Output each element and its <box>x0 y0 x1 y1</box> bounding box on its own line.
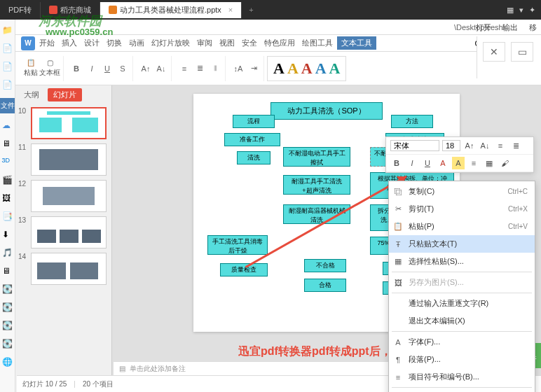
font-grow-button[interactable]: A↑ <box>139 62 153 76</box>
highlight-icon[interactable]: A <box>452 157 465 169</box>
menu-review[interactable]: 审阅 <box>194 36 215 50</box>
numbering-button[interactable]: ≣ <box>193 62 207 76</box>
ctx-ime-rewrite[interactable]: 通过输入法重逐文字(R) <box>389 295 535 312</box>
tab-current-file[interactable]: 动力工具类器械处理流程.pptx× <box>100 2 242 18</box>
font-style-1[interactable]: A <box>273 59 285 78</box>
file-tab[interactable]: 文件 <box>0 98 15 113</box>
ctx-font[interactable]: A字体(F)... <box>389 333 535 351</box>
image-icon[interactable]: 🖼 <box>2 193 13 204</box>
underline-button[interactable]: U <box>100 62 114 76</box>
bold-icon[interactable]: B <box>390 157 403 169</box>
menu-insert[interactable]: 插入 <box>59 36 80 50</box>
ctx-paste-text[interactable]: Ŧ只粘贴文本(T) <box>389 235 535 253</box>
video-icon[interactable]: 🎬 <box>2 175 13 186</box>
close-icon[interactable]: × <box>228 6 233 14</box>
ctx-default-shape[interactable]: 设置自选图形的默认效果(D) <box>389 389 535 392</box>
font-style-3[interactable]: A <box>301 59 313 78</box>
font-style-2[interactable]: A <box>287 59 299 78</box>
menu-text-tools[interactable]: 文本工具 <box>337 36 376 50</box>
align-button[interactable]: ⫴ <box>208 62 222 76</box>
ctx-exit-edit[interactable]: 退出文本编辑(X) <box>389 312 535 330</box>
thumb-12[interactable]: 12 <box>18 180 109 212</box>
font-style-4[interactable]: A <box>315 59 327 78</box>
tab-pdf[interactable]: PDF转 <box>0 2 41 18</box>
ctx-copy[interactable]: ⿻复制(C)Ctrl+C <box>389 183 535 200</box>
desktop-icon[interactable]: 🖥 <box>2 266 13 277</box>
font-size-input[interactable] <box>442 140 460 151</box>
open-button[interactable]: 打开 <box>476 22 491 33</box>
menu-security[interactable]: 安全 <box>239 36 260 50</box>
disk-icon[interactable]: 💽 <box>2 321 13 332</box>
menu-view[interactable]: 视图 <box>217 36 238 50</box>
ctx-paste-special[interactable]: ▦选择性粘贴(S)... <box>389 253 535 270</box>
disk-icon[interactable]: 💽 <box>2 284 13 295</box>
thumb-14[interactable]: 14 <box>18 253 109 285</box>
menu-transition[interactable]: 切换 <box>104 36 125 50</box>
ctx-paste[interactable]: 📋粘贴(P)Ctrl+V <box>389 218 535 235</box>
flow-header-1[interactable]: 流程 <box>233 115 275 128</box>
slides-tab[interactable]: 幻灯片 <box>48 88 82 102</box>
ctx-paragraph[interactable]: ¶段落(P)... <box>389 351 535 368</box>
italic-icon[interactable]: I <box>406 157 418 169</box>
thumb-11[interactable]: 11 <box>18 144 109 176</box>
network-icon[interactable]: 🌐 <box>2 357 13 368</box>
docs-icon[interactable]: 📑 <box>2 211 13 223</box>
doc-icon[interactable]: 📄 <box>2 62 13 73</box>
font-style-5[interactable]: A <box>329 59 341 78</box>
ctx-cut[interactable]: ✂剪切(T)Ctrl+X <box>389 200 535 218</box>
3d-icon[interactable]: 3D <box>2 157 13 168</box>
flow-box[interactable]: 手工清洗工具消毒后干燥 <box>207 235 268 255</box>
doc-icon[interactable]: 📄 <box>2 43 13 55</box>
flow-box[interactable]: 不耐湿电动工具手工擦拭 <box>283 147 350 167</box>
font-family-input[interactable] <box>390 140 439 151</box>
menu-feature[interactable]: 特色应用 <box>261 36 298 50</box>
text-dir-button[interactable]: ↕A <box>231 62 245 76</box>
wps-logo-icon[interactable]: W <box>21 36 35 50</box>
disk-icon[interactable]: 💽 <box>2 339 13 350</box>
menu-drawing[interactable]: 绘图工具 <box>299 36 336 50</box>
font-style-gallery[interactable]: A A A A A <box>267 56 346 81</box>
bullets-button[interactable]: ≡ <box>177 62 191 76</box>
close-panel-button[interactable]: ✕ <box>483 42 505 62</box>
thumb-10[interactable]: 10 <box>18 107 109 139</box>
music-icon[interactable]: 🎵 <box>2 248 13 259</box>
paste-button[interactable]: 📋粘贴 <box>24 59 38 78</box>
underline-icon[interactable]: U <box>421 157 434 169</box>
thumbnail-list[interactable]: 10 11 12 13 14 <box>15 104 111 292</box>
bullets-icon[interactable]: ≡ <box>494 139 507 152</box>
flow-box[interactable]: 准备工作 <box>224 133 280 146</box>
flow-box[interactable]: 清洗 <box>237 151 270 164</box>
flow-header-2[interactable]: 方法 <box>391 115 433 128</box>
strikethrough-button[interactable]: S <box>116 62 130 76</box>
sparkle-icon[interactable]: ✦ <box>529 6 535 15</box>
menu-design[interactable]: 设计 <box>81 36 102 50</box>
doc-icon[interactable]: 📄 <box>2 80 13 91</box>
italic-button[interactable]: I <box>85 62 99 76</box>
tab-daoker[interactable]: 稻壳商城 <box>41 2 100 18</box>
format-painter-icon[interactable]: 🖌 <box>498 157 511 169</box>
flow-box[interactable]: 合格 <box>304 279 346 292</box>
font-color-icon[interactable]: A <box>437 157 449 169</box>
menu-start[interactable]: 开始 <box>36 36 57 50</box>
export-button[interactable]: 输出 <box>502 22 518 33</box>
font-shrink-icon[interactable]: A↓ <box>479 139 491 152</box>
pc-icon[interactable]: 🖥 <box>2 139 13 150</box>
align-icon[interactable]: ≡ <box>467 157 480 169</box>
bold-button[interactable]: B <box>69 62 83 76</box>
flow-box[interactable]: 不合格 <box>304 259 346 272</box>
numbering-icon[interactable]: ≣ <box>509 139 522 152</box>
move-button[interactable]: 移 <box>529 22 537 33</box>
add-tab-button[interactable]: + <box>242 3 260 17</box>
folder-icon[interactable]: 📁 <box>2 25 13 36</box>
menu-slideshow[interactable]: 幻灯片放映 <box>149 36 193 50</box>
flow-box[interactable]: 质量检查 <box>220 263 268 276</box>
disk-icon[interactable]: 💽 <box>2 302 13 314</box>
indent-button[interactable]: ⇥ <box>247 62 261 76</box>
flow-box[interactable]: 耐湿工具手工清洗+超声清洗 <box>283 175 350 195</box>
flow-box[interactable]: 耐湿耐高温器械机械清洗 <box>283 204 350 224</box>
merge-icon[interactable]: ▦ <box>483 157 495 169</box>
font-shrink-button[interactable]: A↓ <box>154 62 168 76</box>
font-grow-icon[interactable]: A↑ <box>463 139 476 152</box>
notes-area[interactable]: ▤ 单击此处添加备注 <box>114 361 394 375</box>
cloud-icon[interactable]: ☁ <box>2 120 13 132</box>
